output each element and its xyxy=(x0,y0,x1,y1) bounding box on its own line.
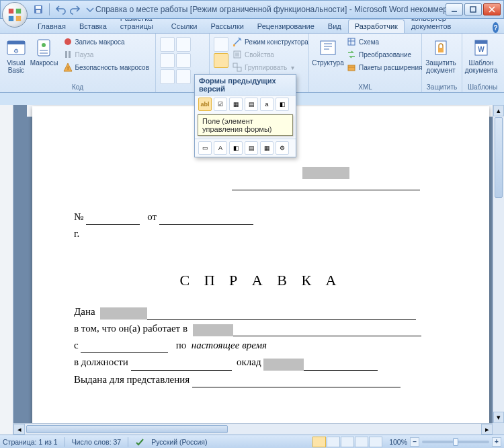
quick-access-toolbar xyxy=(33,3,95,15)
activex-1[interactable]: ▭ xyxy=(198,141,212,155)
zoom-slider[interactable] xyxy=(422,441,489,443)
help-icon[interactable]: ? xyxy=(493,22,499,33)
document-title: С П Р А В К А xyxy=(74,272,448,289)
qat-dropdown-icon[interactable] xyxy=(85,4,95,15)
svg-rect-20 xyxy=(233,63,237,67)
ribbon-tabs: Главная Вставка Разметка страницы Ссылки… xyxy=(0,19,504,34)
zoom-in-button[interactable]: + xyxy=(492,437,501,447)
view-outline[interactable] xyxy=(355,437,368,447)
svg-rect-16 xyxy=(69,51,71,58)
hscroll-thumb[interactable] xyxy=(26,425,228,433)
office-button[interactable] xyxy=(2,2,28,28)
expansion-packs-button[interactable]: Пакеты расширения xyxy=(344,61,424,73)
legacy-dropdown[interactable]: ▦ xyxy=(229,98,243,111)
svg-rect-8 xyxy=(470,7,476,12)
svg-rect-21 xyxy=(237,67,241,71)
scroll-down-icon[interactable]: ▾ xyxy=(493,412,504,423)
legacy-reset[interactable]: ◧ xyxy=(276,98,289,111)
activex-6[interactable]: ⚙ xyxy=(276,141,289,155)
macros-button[interactable]: Макросы xyxy=(30,36,59,69)
svg-rect-1 xyxy=(16,9,21,13)
view-web[interactable] xyxy=(341,437,354,447)
svg-rect-28 xyxy=(475,40,487,44)
group-code: ⚙ Visual Basic Макросы Запись макроса Па… xyxy=(0,34,156,92)
horizontal-scrollbar[interactable]: ◂ ▸ xyxy=(13,423,493,435)
zoom-value[interactable]: 100% xyxy=(389,438,407,446)
zoom-control: 100% – + xyxy=(389,437,501,447)
close-button[interactable] xyxy=(483,3,501,15)
design-mode-button[interactable]: Режим конструктора xyxy=(230,36,310,48)
legacy-shading[interactable]: a xyxy=(260,98,274,111)
status-language[interactable]: Русский (Россия) xyxy=(151,438,207,446)
controls-gallery[interactable] xyxy=(214,36,228,68)
legacy-checkbox[interactable]: ☑ xyxy=(214,98,227,111)
svg-rect-23 xyxy=(348,38,355,45)
legacy-tools-button[interactable] xyxy=(214,53,228,68)
svg-rect-22 xyxy=(321,41,335,54)
tab-developer[interactable]: Разработчик xyxy=(348,20,405,33)
record-macro-button[interactable]: Запись макроса xyxy=(60,36,152,48)
activex-3[interactable]: ◧ xyxy=(229,141,243,155)
group-xml: Структура Схема Преобразование Пакеты ра… xyxy=(309,34,422,92)
svg-rect-0 xyxy=(9,9,13,13)
pause-macro-button: Пауза xyxy=(60,48,152,61)
legacy-frame[interactable]: ▤ xyxy=(245,98,258,111)
tab-review[interactable]: Рецензирование xyxy=(251,20,321,33)
group-protect: Защитить документ Защитить xyxy=(422,34,462,92)
scroll-left-icon[interactable]: ◂ xyxy=(13,424,25,435)
tab-mailings[interactable]: Рассылки xyxy=(204,20,250,33)
scroll-corner xyxy=(493,423,504,435)
svg-rect-26 xyxy=(438,48,444,52)
vscroll-thumb[interactable] xyxy=(495,117,503,198)
vertical-ruler[interactable] xyxy=(0,105,13,435)
status-bar: Страница: 1 из 1 Число слов: 37 Русский … xyxy=(0,435,504,448)
legacy-text-field[interactable]: abl xyxy=(198,98,212,111)
visual-basic-button[interactable]: ⚙ Visual Basic xyxy=(4,36,28,75)
protect-document-button[interactable]: Защитить документ xyxy=(426,36,456,75)
schema-button[interactable]: Схема xyxy=(344,36,424,48)
popup-tooltip: Поле (элемент управления формы) xyxy=(198,114,293,136)
spellcheck-icon[interactable] xyxy=(135,437,144,447)
minimize-button[interactable] xyxy=(446,3,463,15)
status-page[interactable]: Страница: 1 из 1 xyxy=(3,438,58,446)
tab-references[interactable]: Ссылки xyxy=(165,20,204,33)
document-template-button[interactable]: W Шаблон документа xyxy=(466,36,496,75)
svg-rect-18 xyxy=(233,44,235,46)
activex-5[interactable]: ▦ xyxy=(260,141,274,155)
view-full-screen[interactable] xyxy=(327,437,340,447)
scroll-right-icon[interactable]: ▸ xyxy=(481,424,493,435)
activex-4[interactable]: ▤ xyxy=(245,141,258,155)
view-print-layout[interactable] xyxy=(312,437,326,447)
tab-home[interactable]: Главная xyxy=(31,20,73,33)
view-buttons xyxy=(312,437,382,447)
svg-rect-5 xyxy=(36,6,41,9)
svg-rect-24 xyxy=(348,65,355,71)
structure-button[interactable]: Структура xyxy=(313,36,343,69)
tab-view[interactable]: Вид xyxy=(321,20,348,33)
maximize-button[interactable] xyxy=(464,3,482,15)
save-icon[interactable] xyxy=(33,4,44,15)
redo-icon[interactable] xyxy=(70,4,81,15)
activex-2[interactable]: A xyxy=(214,141,227,155)
properties-button: Свойства xyxy=(230,48,310,61)
popup-title: Формы предыдущих версий xyxy=(195,75,296,96)
svg-point-13 xyxy=(42,43,46,47)
view-draft[interactable] xyxy=(369,437,382,447)
transform-button[interactable]: Преобразование xyxy=(344,48,424,61)
group-button: Группировать ▾ xyxy=(230,61,310,73)
group-templates: W Шаблон документа Шаблоны xyxy=(462,34,503,92)
svg-rect-10 xyxy=(7,41,25,44)
svg-text:!: ! xyxy=(67,65,68,71)
status-words[interactable]: Число слов: 37 xyxy=(72,438,122,446)
scroll-up-icon[interactable]: ▴ xyxy=(493,105,504,116)
zoom-out-button[interactable]: – xyxy=(410,437,419,447)
title-bar: Справка о месте работы [Режим ограниченн… xyxy=(0,0,504,19)
svg-point-14 xyxy=(65,38,71,45)
undo-icon[interactable] xyxy=(55,4,66,15)
svg-text:W: W xyxy=(478,46,485,53)
vertical-scrollbar[interactable]: ▴ ▾ xyxy=(493,105,504,423)
legacy-forms-popup: Формы предыдущих версий abl ☑ ▦ ▤ a ◧ По… xyxy=(194,74,296,157)
svg-rect-3 xyxy=(16,16,21,21)
tab-insert[interactable]: Вставка xyxy=(73,20,114,33)
macro-security-button[interactable]: !Безопасность макросов xyxy=(60,61,152,73)
